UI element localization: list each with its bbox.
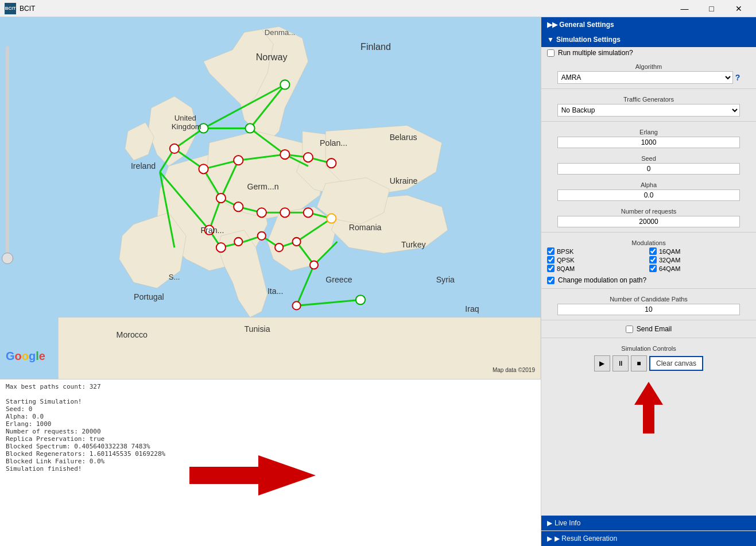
app-title: BCIT — [20, 5, 35, 13]
candidate-paths-input[interactable] — [557, 304, 741, 315]
svg-point-41 — [327, 158, 336, 168]
change-mod-checkbox[interactable] — [547, 277, 555, 284]
svg-point-57 — [327, 214, 336, 223]
console-line-seed: Seed: 0 — [6, 405, 535, 413]
play-button[interactable]: ▶ — [594, 355, 610, 371]
close-button[interactable]: ✕ — [726, 0, 751, 17]
svg-text:Turkey: Turkey — [401, 240, 427, 249]
svg-point-49 — [216, 243, 226, 252]
svg-text:Norway: Norway — [256, 52, 288, 62]
algorithm-select[interactable]: AMRA RSA MRA — [557, 71, 733, 84]
result-generation-header[interactable]: ▶ ▶ Result Generation — [541, 531, 756, 546]
seed-label: Seed — [547, 153, 750, 163]
svg-point-33 — [280, 80, 289, 89]
mod-16qam: 16QAM — [649, 247, 750, 255]
console-line-max: Max best paths count: 327 — [6, 383, 535, 390]
mod-32qam: 32QAM — [649, 256, 750, 264]
erlang-label: Erlang — [547, 126, 750, 137]
console-line-blocked-regen: Blocked Regenerators: 1.601145535 016922… — [6, 450, 535, 458]
mod-qpsk: QPSK — [547, 256, 648, 264]
pause-button[interactable]: ⏸ — [612, 355, 629, 371]
right-arrow-container — [541, 376, 756, 439]
result-generation-arrow: ▶ — [547, 535, 552, 543]
console-line-erlang: Erlang: 1000 — [6, 420, 535, 428]
svg-point-45 — [257, 208, 266, 217]
mod-32qam-label: 32QAM — [659, 257, 680, 264]
mod-bpsk-checkbox[interactable] — [547, 247, 555, 255]
settings-panel: Run multiple simulation? Algorithm AMRA … — [541, 47, 756, 516]
svg-point-47 — [304, 208, 313, 217]
mod-64qam-label: 64QAM — [659, 265, 680, 272]
left-panel: Finland Norway Denma... United Kingdom I… — [0, 17, 541, 546]
live-info-header[interactable]: ▶ Live Info — [541, 516, 756, 530]
svg-point-43 — [216, 193, 226, 203]
mod-16qam-checkbox[interactable] — [649, 247, 657, 255]
console-line-start: Starting Simulation! — [6, 398, 535, 405]
mod-16qam-label: 16QAM — [659, 248, 680, 255]
alpha-input[interactable] — [557, 189, 741, 201]
svg-point-51 — [258, 232, 266, 240]
mod-8qam: 8QAM — [547, 265, 648, 272]
controls-buttons: ▶ ⏸ ■ Clear canvas — [547, 355, 750, 371]
send-email-row: Send Email — [541, 323, 756, 335]
svg-text:Fran...: Fran... — [200, 226, 224, 235]
alpha-label: Alpha — [547, 179, 750, 189]
algorithm-row: Algorithm AMRA RSA MRA ? — [541, 59, 756, 86]
clear-canvas-button[interactable]: Clear canvas — [649, 356, 703, 371]
modulations-grid: BPSK 16QAM QPSK 32QAM — [547, 247, 750, 272]
modulations-label: Modulations — [547, 237, 750, 247]
maximize-button[interactable]: □ — [699, 0, 724, 17]
svg-text:Ita...: Ita... — [267, 286, 284, 296]
live-info-arrow: ▶ — [547, 519, 552, 527]
erlang-input[interactable] — [557, 137, 741, 148]
svg-text:Denma...: Denma... — [265, 28, 295, 37]
svg-text:S...: S... — [169, 273, 180, 281]
svg-point-36 — [356, 295, 365, 304]
mod-32qam-checkbox[interactable] — [649, 256, 657, 264]
mod-64qam-checkbox[interactable] — [649, 265, 657, 272]
map-area[interactable]: Finland Norway Denma... United Kingdom I… — [0, 17, 541, 379]
run-multiple-label: Run multiple simulation? — [558, 49, 633, 57]
general-settings-header[interactable]: ▶ ▶ General Settings — [541, 17, 756, 32]
mod-8qam-checkbox[interactable] — [547, 265, 555, 272]
seed-input[interactable] — [557, 163, 741, 175]
svg-text:Tunisia: Tunisia — [244, 324, 270, 334]
right-arrow-svg — [626, 382, 672, 433]
simulation-controls: Simulation Controls ▶ ⏸ ■ Clear canvas — [541, 340, 756, 376]
traffic-select[interactable]: No Backup With Backup — [557, 104, 741, 117]
minimize-button[interactable]: — — [672, 0, 697, 17]
stop-button[interactable]: ■ — [631, 355, 647, 371]
window-controls: — □ ✕ — [672, 0, 751, 17]
erlang-row: Erlang — [541, 124, 756, 150]
mod-qpsk-checkbox[interactable] — [547, 256, 555, 264]
num-requests-input[interactable] — [557, 216, 741, 227]
titlebar: BCIT BCIT — □ ✕ — [0, 0, 756, 17]
right-panel: ▶ ▶ General Settings ▼ Simulation Settin… — [541, 17, 756, 546]
controls-label: Simulation Controls — [547, 345, 750, 352]
send-email-checkbox[interactable] — [626, 326, 633, 333]
console-line-requests: Number of requests: 20000 — [6, 428, 535, 435]
slider-thumb[interactable] — [2, 253, 13, 264]
candidate-paths-label: Number of Candidate Paths — [547, 293, 750, 304]
svg-point-56 — [292, 301, 300, 309]
simulation-settings-header[interactable]: ▼ Simulation Settings — [541, 32, 756, 47]
svg-point-44 — [234, 202, 243, 211]
svg-point-39 — [304, 153, 313, 162]
mod-8qam-label: 8QAM — [557, 265, 575, 272]
simulation-settings-arrow: ▼ — [547, 36, 554, 44]
svg-text:Finland: Finland — [360, 41, 391, 52]
alpha-row: Alpha — [541, 177, 756, 203]
svg-marker-80 — [634, 382, 663, 433]
console-line-blocked-link: Blocked Link Failure: 0.0% — [6, 458, 535, 465]
algorithm-help-button[interactable]: ? — [735, 73, 741, 82]
algo-row: AMRA RSA MRA ? — [557, 71, 741, 84]
slider-track[interactable] — [6, 46, 9, 264]
zoom-slider[interactable] — [6, 46, 9, 293]
svg-text:Portugal: Portugal — [134, 292, 164, 301]
svg-point-46 — [280, 208, 289, 217]
traffic-generators-label: Traffic Generators — [547, 94, 750, 104]
map-svg: Finland Norway Denma... United Kingdom I… — [0, 17, 541, 379]
modulations-section: Modulations BPSK 16QAM QPSK — [541, 235, 756, 274]
svg-point-37 — [170, 144, 179, 153]
run-multiple-checkbox[interactable] — [547, 49, 555, 57]
